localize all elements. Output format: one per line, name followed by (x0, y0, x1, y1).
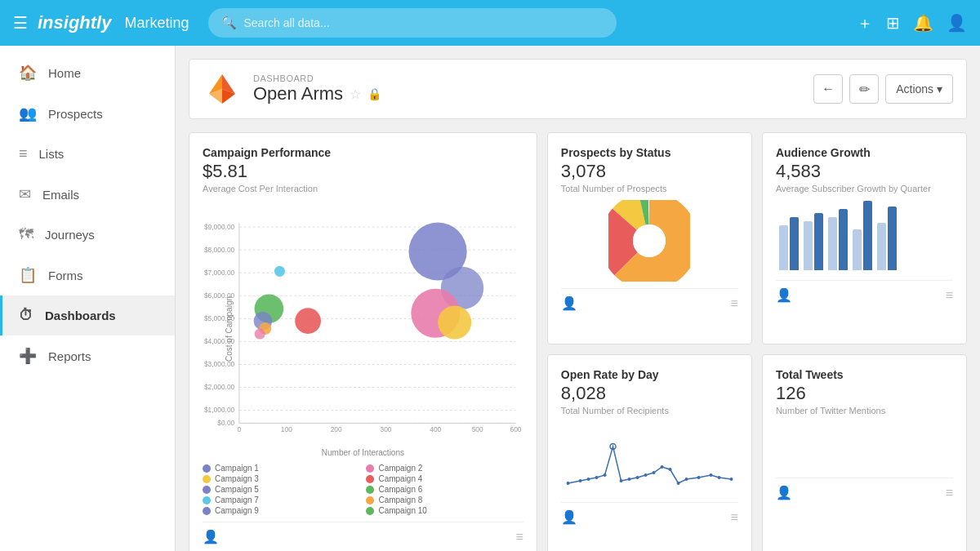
legend-campaign8: Campaign 8 (366, 495, 523, 504)
grid-icon[interactable]: ⊞ (886, 13, 900, 33)
svg-text:500: 500 (472, 425, 483, 433)
campaign-footer: 👤 ≡ (203, 522, 523, 544)
prospects-pie-chart (561, 200, 738, 282)
svg-point-54 (619, 479, 622, 482)
person-icon2: 👤 (561, 295, 577, 311)
table-icon[interactable]: ≡ (515, 530, 523, 544)
table-icon5[interactable]: ≡ (946, 486, 953, 500)
table-icon4[interactable]: ≡ (731, 510, 738, 525)
svg-text:200: 200 (331, 425, 342, 433)
tweets-subtitle: Number of Twitter Mentions (776, 406, 953, 415)
svg-text:$0.00: $0.00 (217, 419, 234, 427)
appname: Marketing (124, 15, 189, 32)
line-svg (561, 422, 738, 495)
main-layout: 🏠 Home 👥 Prospects ≡ Lists ✉ Emails 🗺 Jo… (0, 46, 980, 551)
sidebar-item-journeys[interactable]: 🗺 Journeys (0, 215, 175, 255)
campaign-title: Campaign Performance (203, 146, 523, 159)
legend-campaign9: Campaign 9 (203, 506, 359, 515)
legend-campaign2: Campaign 2 (366, 464, 523, 473)
prospects-value: 3,078 (561, 161, 738, 182)
journeys-icon: 🗺 (19, 226, 33, 243)
sidebar-item-lists[interactable]: ≡ Lists (0, 134, 175, 174)
svg-point-42 (255, 328, 265, 339)
svg-point-50 (578, 479, 581, 482)
tweets-title: Total Tweets (776, 368, 953, 381)
sidebar-label-emails: Emails (42, 188, 79, 202)
sidebar-item-emails[interactable]: ✉ Emails (0, 174, 175, 215)
emails-icon: ✉ (19, 185, 31, 203)
sidebar-label-prospects: Prospects (48, 107, 103, 121)
sidebar-item-home[interactable]: 🏠 Home (0, 52, 175, 93)
person-icon: 👤 (203, 529, 219, 544)
audience-bar-chart (776, 200, 953, 273)
legend-campaign1: Campaign 1 (203, 464, 359, 473)
campaign-subtitle: Average Cost Per Interaction (203, 184, 523, 193)
sidebar-label-dashboards: Dashboards (45, 309, 116, 322)
sidebar-label-home: Home (48, 66, 81, 80)
sidebar-label-reports: Reports (48, 349, 91, 363)
svg-text:$8,000.00: $8,000.00 (204, 246, 235, 254)
audience-widget: Audience Growth 4,583 Average Subscriber… (762, 132, 967, 344)
star-icon[interactable]: ☆ (350, 87, 361, 102)
sidebar-label-lists: Lists (39, 147, 65, 161)
main-content: DASHBOARD Open Arms ☆ 🔒 ← ✏ Actions ▾ Ca… (176, 46, 980, 551)
audience-subtitle: Average Subscriber Growth by Quarter (776, 184, 953, 193)
svg-point-65 (717, 476, 720, 479)
svg-text:$9,000.00: $9,000.00 (204, 223, 235, 231)
search-icon: 🔍 (221, 16, 237, 30)
search-input[interactable] (243, 16, 604, 29)
search-bar[interactable]: 🔍 (208, 8, 617, 38)
prospects-widget: Prospects by Status 3,078 Total Number o… (547, 132, 752, 344)
openrate-value: 8,028 (561, 383, 738, 404)
svg-point-63 (697, 476, 700, 479)
add-icon[interactable]: ＋ (857, 12, 873, 34)
campaign-value: $5.81 (203, 161, 523, 182)
sidebar-item-prospects[interactable]: 👥 Prospects (0, 93, 175, 134)
svg-point-36 (438, 305, 471, 339)
bell-icon[interactable]: 🔔 (913, 13, 933, 33)
back-button[interactable]: ← (813, 74, 843, 104)
y-axis-label: Cost of Campaign (225, 295, 234, 361)
page-header-text: DASHBOARD Open Arms ☆ 🔒 (253, 73, 381, 104)
sidebar: 🏠 Home 👥 Prospects ≡ Lists ✉ Emails 🗺 Jo… (0, 46, 176, 551)
sidebar-item-dashboards[interactable]: ⏱ Dashboards (0, 295, 175, 335)
svg-point-60 (668, 468, 671, 471)
hamburger-icon[interactable]: ☰ (13, 13, 28, 33)
svg-point-55 (627, 478, 630, 481)
openrate-footer: 👤 ≡ (561, 502, 738, 525)
dashboard-grid: Campaign Performance $5.81 Average Cost … (189, 132, 967, 551)
person-icon5: 👤 (776, 485, 792, 500)
table-icon3[interactable]: ≡ (946, 288, 953, 303)
legend-campaign6: Campaign 6 (366, 485, 523, 494)
sidebar-item-reports[interactable]: ➕ Reports (0, 335, 175, 376)
svg-point-51 (586, 478, 590, 481)
openrate-widget: Open Rate by Day 8,028 Total Number of R… (547, 354, 752, 551)
edit-button[interactable]: ✏ (849, 74, 879, 104)
audience-title: Audience Growth (776, 146, 953, 159)
svg-point-56 (635, 476, 639, 479)
svg-point-61 (676, 482, 679, 485)
audience-footer: 👤 ≡ (776, 280, 953, 303)
actions-button[interactable]: Actions ▾ (885, 74, 953, 104)
svg-text:600: 600 (510, 425, 521, 433)
sidebar-label-forms: Forms (48, 269, 83, 282)
svg-point-49 (566, 482, 569, 485)
table-icon2[interactable]: ≡ (731, 296, 738, 311)
home-icon: 🏠 (19, 64, 37, 82)
lock-icon: 🔒 (368, 87, 381, 100)
tweets-widget: Total Tweets 126 Number of Twitter Menti… (762, 354, 967, 551)
svg-point-58 (652, 471, 655, 474)
legend-campaign4: Campaign 4 (366, 474, 523, 483)
tweets-value: 126 (776, 383, 953, 404)
user-icon[interactable]: 👤 (947, 13, 967, 33)
sidebar-label-journeys: Journeys (45, 228, 95, 242)
svg-point-47 (633, 224, 666, 257)
lists-icon: ≡ (19, 145, 28, 162)
svg-text:400: 400 (430, 425, 441, 433)
svg-point-64 (709, 473, 712, 477)
svg-point-62 (684, 478, 688, 481)
openrate-subtitle: Total Number of Recipients (561, 406, 738, 415)
sidebar-item-forms[interactable]: 📋 Forms (0, 255, 175, 295)
page-title: Open Arms ☆ 🔒 (253, 83, 381, 104)
openrate-title: Open Rate by Day (561, 368, 738, 381)
